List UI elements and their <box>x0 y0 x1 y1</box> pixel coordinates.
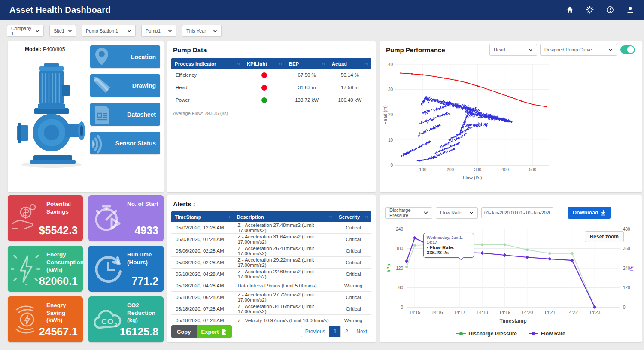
kpi-light-dot <box>261 72 267 78</box>
app-title: Asset Health Dashboard <box>9 5 111 15</box>
flow-select[interactable]: Flow Rate <box>436 207 478 219</box>
sensor-status-button[interactable]: Sensor Status <box>90 132 160 154</box>
kpi-runtime: RunTime (Hours) 771.2 <box>88 246 164 292</box>
svg-text:480: 480 <box>623 227 630 232</box>
sort-icon[interactable]: ↑↓ <box>279 62 282 66</box>
metric-select[interactable]: Head <box>489 44 537 56</box>
pagination-next[interactable]: Next <box>352 326 371 337</box>
alert-row: 05/18/2020, 07:28 AMZ - Acceleration 34.… <box>171 303 371 315</box>
asset-health-dashboard: Asset Health Dashboard <box>0 0 644 350</box>
date-range-input[interactable] <box>481 207 553 218</box>
svg-text:500: 500 <box>529 167 536 172</box>
svg-text:180: 180 <box>396 246 403 251</box>
stopwatch-play-icon <box>92 202 124 234</box>
svg-text:40: 40 <box>388 62 393 67</box>
filter-bar: Company 1 Site1 Pump Station 1 Pump1 Thi… <box>7 25 222 37</box>
clock-refresh-icon <box>92 253 125 285</box>
chevron-down-icon <box>469 211 474 214</box>
table-row: Head31.63 m17.59 m <box>171 81 371 94</box>
copy-button[interactable]: Copy <box>171 325 197 338</box>
alert-row: 05/08/2020, 02:28 AMZ - Acceleration 29.… <box>171 257 371 269</box>
alert-circle-icon[interactable] <box>606 6 614 14</box>
curve-select[interactable]: Designed Pump Curve <box>540 44 617 56</box>
pagination-page-1[interactable]: 1 <box>329 326 341 337</box>
svg-text:200: 200 <box>447 167 454 172</box>
sort-icon[interactable]: ↑↓ <box>365 215 368 219</box>
kpi-cards: Potential Savings $5542.3 No. of Start 4… <box>8 195 164 342</box>
curve-toggle[interactable] <box>620 45 635 54</box>
pagination-previous[interactable]: Previous <box>301 326 330 337</box>
export-button[interactable]: Export <box>197 325 232 338</box>
average-flow-note: Average Flow: 293.35 (l/s) <box>173 111 228 116</box>
kpi-no-of-start: No. of Start 4933 <box>88 195 164 241</box>
svg-text:14:17: 14:17 <box>454 310 465 315</box>
home-icon[interactable] <box>565 6 574 14</box>
table-row: Power133.72 kW106.40 kW <box>171 94 371 106</box>
user-icon[interactable] <box>626 6 635 14</box>
alerts-rows: 05/02/2020, 12:28 AMZ - Acceleration 27.… <box>171 222 371 326</box>
legend-flow-rate[interactable]: Flow Rate <box>529 331 565 337</box>
reset-zoom-button[interactable]: Reset zoom <box>585 231 624 242</box>
location-button[interactable]: Location <box>90 45 160 68</box>
kpi-energy-saving: Enegry Saving (kWh) 24567.1 <box>8 296 83 342</box>
kpi-co2-reduction: CO 2 CO2 Reduction (kg) 16125.8 <box>88 296 164 342</box>
drawing-tools-icon <box>92 75 112 97</box>
svg-text:120: 120 <box>623 285 630 290</box>
navbar-actions <box>565 6 635 14</box>
trend-chart-area: 006012012024018036024048014:1514:1614:17… <box>384 222 638 330</box>
alert-row: 05/18/2020, 07:28 AMZ - Velocity 10.97mm… <box>171 315 371 326</box>
svg-text:100: 100 <box>419 167 427 172</box>
station-select[interactable]: Pump Station 1 <box>82 25 136 37</box>
svg-text:0: 0 <box>623 305 626 310</box>
lightning-bolt-icon <box>11 253 41 285</box>
sensor-signal-icon <box>92 133 112 154</box>
svg-text:400: 400 <box>501 167 509 172</box>
chevron-down-icon <box>213 30 217 32</box>
pump-select[interactable]: Pump1 <box>141 25 176 37</box>
pagination-page-2[interactable]: 2 <box>340 326 352 337</box>
pressure-select[interactable]: Discharge Pressure <box>385 207 432 219</box>
chevron-down-icon <box>35 30 39 32</box>
pump-data-panel: Pump Data Process Indicator↑↓ KPILight↑↓… <box>167 41 376 192</box>
sort-icon[interactable]: ↑↓ <box>227 215 230 219</box>
sort-icon[interactable]: ↑↓ <box>322 62 325 66</box>
gear-icon[interactable] <box>586 6 594 14</box>
company-select[interactable]: Company 1 <box>7 25 44 37</box>
asset-panel: Model: P400/805 <box>8 41 164 192</box>
pump-data-title: Pump Data <box>173 46 207 54</box>
alerts-panel: Alerts : TimeStamp↑↓ Description↑↓ Serve… <box>167 195 376 342</box>
svg-text:Flow (l/s): Flow (l/s) <box>463 175 482 180</box>
svg-text:360: 360 <box>623 246 630 251</box>
svg-text:60: 60 <box>398 285 404 290</box>
asset-buttons: Location Drawing <box>90 45 160 154</box>
alert-row: 05/02/2020, 12:28 AMZ - Acceleration 27.… <box>171 222 371 234</box>
svg-text:14:20: 14:20 <box>522 310 533 315</box>
kpi-energy-consumption: Energy Consumption (kWh) 82060.1 <box>8 246 83 292</box>
datasheet-button[interactable]: Datasheet <box>90 103 160 126</box>
legend-discharge-pressure[interactable]: Discharge Pressure <box>456 331 517 337</box>
chevron-down-icon <box>608 48 613 51</box>
navbar: Asset Health Dashboard <box>0 0 644 20</box>
model-value: P400/805 <box>43 46 65 52</box>
sort-icon[interactable]: ↑↓ <box>237 62 240 66</box>
period-select[interactable]: This Year <box>182 25 222 37</box>
svg-text:14:23: 14:23 <box>589 310 600 315</box>
alert-row: 05/03/2020, 01:28 AMZ - Acceleration 31.… <box>171 234 371 245</box>
export-file-icon <box>221 329 227 335</box>
svg-text:14:15: 14:15 <box>409 310 420 315</box>
chevron-down-icon <box>127 30 131 32</box>
download-icon <box>601 210 606 216</box>
site-select[interactable]: Site1 <box>49 25 76 37</box>
model-label: Model: <box>25 46 42 52</box>
sort-icon[interactable]: ↑↓ <box>329 215 332 219</box>
svg-text:120: 120 <box>396 266 403 271</box>
pump-data-rows: Efficiency67.50 %50.14 %Head31.63 m17.59… <box>171 69 371 106</box>
alert-row: 05/18/2020, 04:28 AMZ - Acceleration 22.… <box>171 269 371 280</box>
drawing-button[interactable]: Drawing <box>90 74 160 97</box>
alert-row: 05/18/2020, 04:28 AMData Interval 9mins … <box>171 280 371 292</box>
sort-icon[interactable]: ↑↓ <box>365 62 368 66</box>
pump-performance-chart[interactable]: 010203040100200300400500Flow (l/s)Head (… <box>383 60 555 183</box>
chevron-down-icon <box>529 48 533 51</box>
svg-text:Timestamp: Timestamp <box>499 318 526 324</box>
download-button[interactable]: Download <box>568 207 611 219</box>
